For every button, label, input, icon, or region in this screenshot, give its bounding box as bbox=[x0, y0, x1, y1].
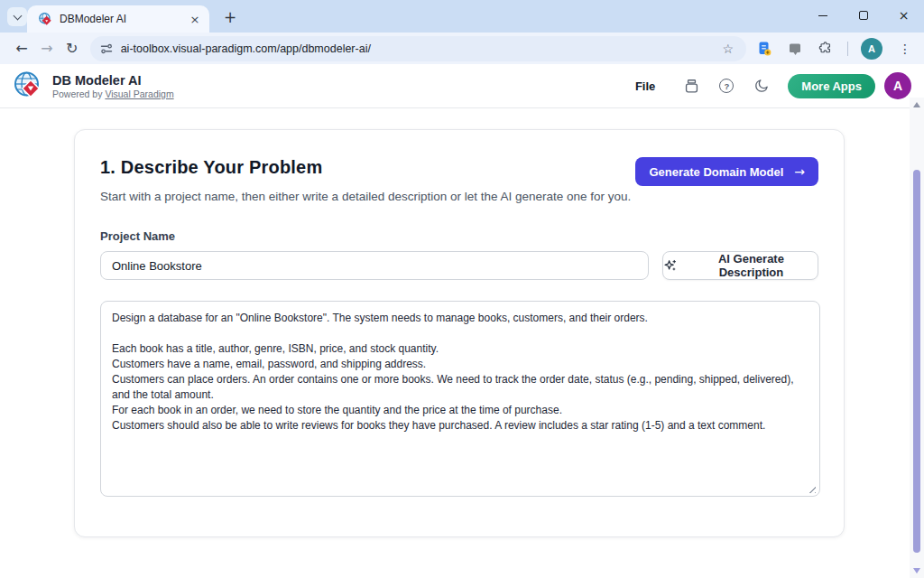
scrollbar-thumb[interactable] bbox=[913, 170, 920, 553]
describe-problem-card: 1. Describe Your Problem Start with a pr… bbox=[74, 129, 845, 537]
tab-close-icon[interactable]: × bbox=[188, 12, 202, 26]
browser-toolbar: ← → ↻ ai-toolbox.visual-paradigm.com/app… bbox=[0, 33, 924, 64]
project-name-input[interactable] bbox=[100, 251, 649, 280]
minimize-icon bbox=[818, 15, 827, 16]
ai-generate-description-button[interactable]: AI Generate Description bbox=[662, 251, 818, 280]
page-title: 1. Describe Your Problem bbox=[100, 157, 635, 178]
extension-chat-icon[interactable] bbox=[786, 40, 804, 58]
extensions-puzzle-icon[interactable] bbox=[817, 40, 835, 58]
window-controls: × bbox=[802, 0, 924, 31]
dark-mode-button[interactable] bbox=[753, 77, 771, 95]
page-content: 1. Describe Your Problem Start with a pr… bbox=[0, 108, 924, 578]
project-name-label: Project Name bbox=[100, 229, 818, 243]
print-icon bbox=[683, 78, 700, 95]
description-textarea[interactable]: Design a database for an "Online Booksto… bbox=[100, 301, 820, 497]
help-button[interactable]: ? bbox=[717, 77, 735, 95]
window-maximize-button[interactable] bbox=[843, 0, 883, 31]
site-info-icon[interactable] bbox=[99, 42, 114, 56]
app-title: DB Modeler AI bbox=[52, 73, 174, 88]
moon-icon bbox=[753, 78, 770, 94]
toolbar-separator bbox=[847, 42, 848, 56]
card-subtitle: Start with a project name, then either w… bbox=[100, 187, 635, 206]
arrow-right-icon: → bbox=[794, 164, 805, 179]
print-button[interactable] bbox=[682, 77, 700, 95]
help-icon: ? bbox=[719, 79, 734, 93]
generate-domain-model-button[interactable]: Generate Domain Model → bbox=[635, 157, 818, 186]
tab-favicon-icon bbox=[38, 12, 52, 26]
page-scrollbar[interactable] bbox=[910, 98, 924, 578]
extension-docs-icon[interactable] bbox=[755, 40, 773, 58]
back-button[interactable]: ← bbox=[9, 36, 34, 61]
bookmark-star-icon[interactable]: ☆ bbox=[718, 42, 737, 56]
app-title-box: DB Modeler AI Powered by Visual Paradigm bbox=[52, 73, 174, 99]
powered-by-prefix: Powered by bbox=[52, 89, 105, 99]
browser-profile-avatar[interactable]: A bbox=[861, 38, 882, 60]
browser-tabstrip: DBModeler AI × + × bbox=[0, 0, 924, 33]
sparkles-icon bbox=[663, 258, 678, 273]
tab-title: DBModeler AI bbox=[60, 13, 188, 25]
file-menu[interactable]: File bbox=[635, 79, 655, 93]
scrollbar-down-arrow-icon[interactable] bbox=[913, 568, 920, 573]
reload-button[interactable]: ↻ bbox=[60, 36, 85, 61]
chevron-down-icon bbox=[13, 11, 22, 20]
generate-button-label: Generate Domain Model bbox=[649, 165, 783, 179]
maximize-icon bbox=[859, 11, 868, 20]
url-text: ai-toolbox.visual-paradigm.com/app/dbmod… bbox=[121, 42, 719, 55]
powered-by: Powered by Visual Paradigm bbox=[52, 89, 174, 99]
user-avatar[interactable]: A bbox=[884, 72, 911, 99]
visual-paradigm-link[interactable]: Visual Paradigm bbox=[105, 89, 173, 99]
more-apps-button[interactable]: More Apps bbox=[788, 74, 875, 98]
ai-generate-label: AI Generate Description bbox=[685, 252, 818, 279]
new-tab-button[interactable]: + bbox=[220, 7, 240, 27]
close-icon: × bbox=[899, 8, 910, 23]
window-minimize-button[interactable] bbox=[802, 0, 843, 31]
address-bar[interactable]: ai-toolbox.visual-paradigm.com/app/dbmod… bbox=[90, 36, 746, 61]
toolbar-extensions: A ⋮ bbox=[755, 38, 915, 60]
app-logo-icon bbox=[13, 70, 43, 101]
tab-search-button[interactable] bbox=[7, 7, 27, 26]
app-header: DB Modeler AI Powered by Visual Paradigm… bbox=[0, 64, 924, 108]
browser-menu-icon[interactable]: ⋮ bbox=[895, 42, 915, 56]
forward-button[interactable]: → bbox=[34, 36, 60, 61]
browser-tab-active[interactable]: DBModeler AI × bbox=[27, 5, 209, 33]
scrollbar-up-arrow-icon[interactable] bbox=[913, 102, 920, 107]
window-close-button[interactable]: × bbox=[883, 0, 924, 31]
